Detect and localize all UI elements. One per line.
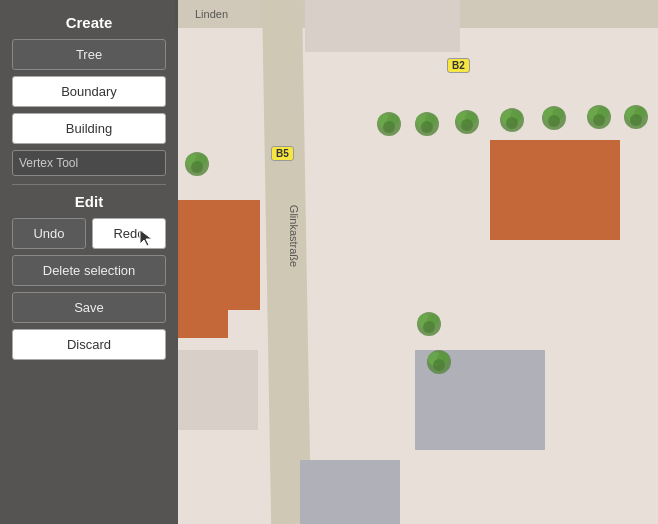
tree-mid-2 <box>425 348 453 376</box>
tree-left <box>183 150 211 178</box>
road-vertical <box>262 0 311 524</box>
vertex-tool-select[interactable]: Vertex Tool Edge Tool Pan Tool <box>12 150 166 176</box>
save-button[interactable]: Save <box>12 292 166 323</box>
svg-point-35 <box>423 321 435 333</box>
tree-button[interactable]: Tree <box>12 39 166 70</box>
tree-7 <box>622 103 650 131</box>
boundary-button[interactable]: Boundary <box>12 76 166 107</box>
svg-point-39 <box>433 359 445 371</box>
street-label-linden: Linden <box>195 8 228 20</box>
badge-b5: B5 <box>271 146 294 161</box>
building-light-2 <box>178 350 258 430</box>
svg-point-7 <box>421 121 433 133</box>
edit-section-title: Edit <box>12 193 166 210</box>
svg-point-11 <box>461 119 473 131</box>
building-button[interactable]: Building <box>12 113 166 144</box>
undo-button[interactable]: Undo <box>12 218 86 249</box>
building-gray-2 <box>300 460 400 524</box>
building-orange-1 <box>490 140 620 240</box>
vertex-tool-row: Vertex Tool Edge Tool Pan Tool <box>12 150 166 176</box>
tree-6 <box>585 103 613 131</box>
svg-point-3 <box>383 121 395 133</box>
tree-4 <box>498 106 526 134</box>
svg-point-27 <box>630 114 642 126</box>
section-divider <box>12 184 166 185</box>
building-light-1 <box>305 0 460 52</box>
svg-point-19 <box>548 115 560 127</box>
tree-1 <box>375 110 403 138</box>
delete-selection-button[interactable]: Delete selection <box>12 255 166 286</box>
svg-point-23 <box>593 114 605 126</box>
tree-mid-1 <box>415 310 443 338</box>
create-section-title: Create <box>12 14 166 31</box>
building-orange-3 <box>178 278 228 338</box>
tree-2 <box>413 110 441 138</box>
discard-button[interactable]: Discard <box>12 329 166 360</box>
tree-5 <box>540 104 568 132</box>
tree-3 <box>453 108 481 136</box>
undo-redo-row: Undo Redo <box>12 218 166 249</box>
redo-button[interactable]: Redo <box>92 218 166 249</box>
badge-b2: B2 <box>447 58 470 73</box>
svg-point-31 <box>191 161 203 173</box>
road-label: Glinkastraße <box>288 205 300 267</box>
sidebar-panel: Create Tree Boundary Building Vertex Too… <box>0 0 178 524</box>
svg-point-15 <box>506 117 518 129</box>
